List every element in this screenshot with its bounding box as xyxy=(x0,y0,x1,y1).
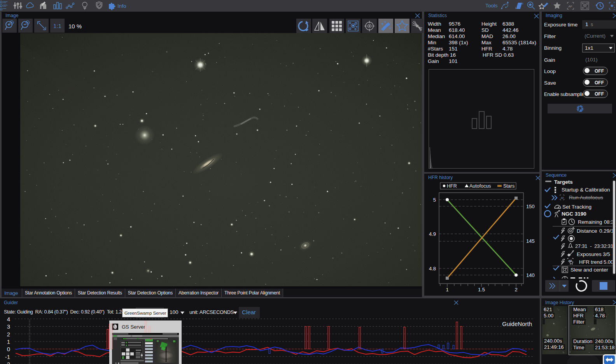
svg-text:5: 5 xyxy=(433,197,436,203)
svg-text:140: 140 xyxy=(526,272,535,278)
svg-text:HFR trend: HFR trend xyxy=(579,259,602,265)
svg-text:Distance: Distance xyxy=(577,228,597,234)
svg-text:NGC 3190: NGC 3190 xyxy=(562,211,586,217)
svg-text:5.00: 5.00 xyxy=(604,259,613,265)
svg-text:Remaining: Remaining xyxy=(578,219,602,225)
svg-text:Slew and center: Slew and center xyxy=(570,267,608,273)
svg-text:-1: -1 xyxy=(5,354,10,360)
svg-text:0: 0 xyxy=(7,346,10,352)
svg-text:GuideNorth: GuideNorth xyxy=(502,320,532,327)
svg-text:1: 1 xyxy=(7,338,10,345)
svg-text:Run Autofocus: Run Autofocus xyxy=(569,195,603,200)
svg-text:27:31 - 23:32:31: 27:31 - 23:32:31 xyxy=(575,244,613,249)
svg-text:Set Tracking: Set Tracking xyxy=(562,204,592,210)
svg-text:AF: AF xyxy=(561,197,564,199)
svg-text:2: 2 xyxy=(514,287,517,293)
svg-text:3/5: 3/5 xyxy=(603,251,610,257)
svg-text:3: 3 xyxy=(7,323,10,330)
svg-text:Stars: Stars xyxy=(503,183,514,189)
svg-text:Startup & Calibration: Startup & Calibration xyxy=(562,187,610,193)
svg-text:1: 1 xyxy=(446,287,448,293)
svg-text:HFR: HFR xyxy=(447,183,457,189)
svg-text:AF: AF xyxy=(569,5,572,8)
svg-text:2: 2 xyxy=(7,331,10,338)
svg-text:Info: Info xyxy=(117,3,126,9)
svg-text:Tools: Tools xyxy=(485,3,498,9)
svg-text:145: 145 xyxy=(526,238,535,244)
svg-text:4.8: 4.8 xyxy=(429,266,436,272)
svg-text:1.5: 1.5 xyxy=(478,287,485,293)
svg-text:150: 150 xyxy=(526,204,535,209)
svg-text:4: 4 xyxy=(7,316,10,322)
svg-text:-2: -2 xyxy=(5,361,10,364)
svg-text:Targets: Targets xyxy=(554,179,573,185)
svg-text:4.9: 4.9 xyxy=(429,231,436,237)
svg-text:Autofocus: Autofocus xyxy=(469,183,491,189)
svg-text:Exposures: Exposures xyxy=(577,251,602,257)
